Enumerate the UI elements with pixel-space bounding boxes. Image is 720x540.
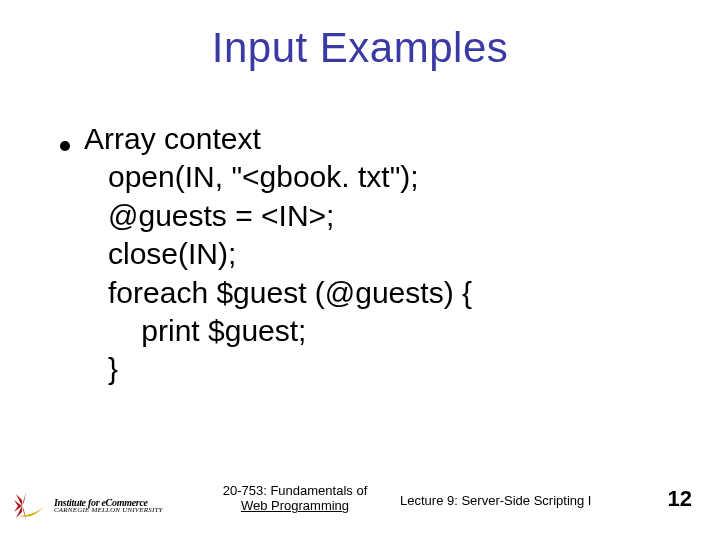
course-label: 20-753: Fundamentals of Web Programming bbox=[210, 483, 380, 514]
institute-logo: Institute for eCommerce CARNEGIE MELLON … bbox=[14, 486, 214, 526]
bullet-text: Array context bbox=[84, 120, 261, 158]
page-number: 12 bbox=[668, 486, 692, 512]
lecture-label: Lecture 9: Server-Side Scripting I bbox=[400, 493, 591, 508]
course-line2: Web Programming bbox=[241, 498, 349, 513]
logo-text: Institute for eCommerce CARNEGIE MELLON … bbox=[54, 498, 163, 513]
logo-mark-icon bbox=[14, 490, 50, 522]
slide-body: Array context open(IN, "<gbook. txt"); @… bbox=[60, 120, 680, 389]
slide-title: Input Examples bbox=[0, 24, 720, 72]
logo-line2: CARNEGIE MELLON UNIVERSITY bbox=[54, 507, 163, 513]
svg-marker-5 bbox=[22, 506, 26, 520]
footer: Institute for eCommerce CARNEGIE MELLON … bbox=[0, 476, 720, 520]
bullet-dot-icon bbox=[60, 141, 70, 151]
svg-marker-4 bbox=[22, 492, 26, 506]
code-block: open(IN, "<gbook. txt"); @guests = <IN>;… bbox=[108, 158, 680, 388]
slide: Input Examples Array context open(IN, "<… bbox=[0, 0, 720, 540]
course-line1: 20-753: Fundamentals of bbox=[223, 483, 368, 498]
bullet-item: Array context bbox=[60, 120, 680, 158]
